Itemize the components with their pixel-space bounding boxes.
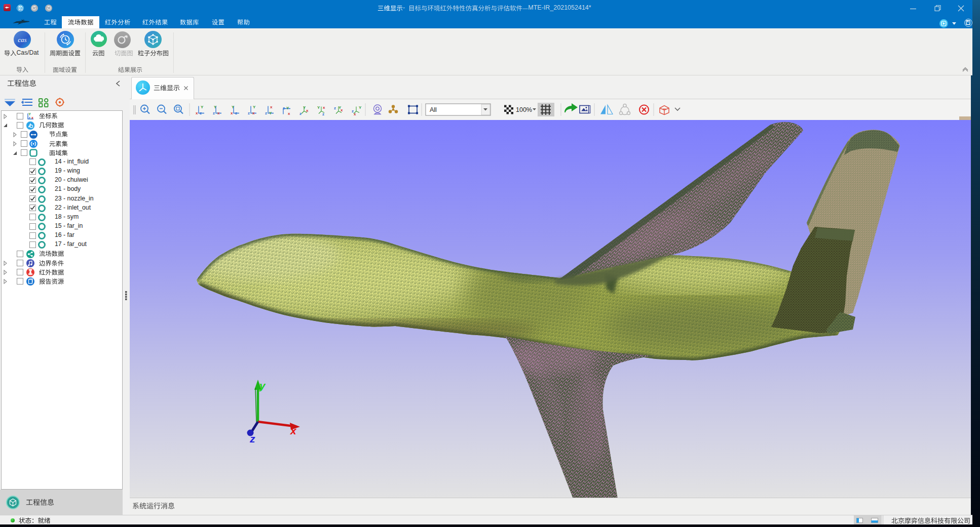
svg-text:cas: cas xyxy=(18,36,26,44)
svg-text:x: x xyxy=(290,425,297,436)
svg-text:z: z xyxy=(249,433,255,444)
svg-text:y: y xyxy=(259,380,266,391)
